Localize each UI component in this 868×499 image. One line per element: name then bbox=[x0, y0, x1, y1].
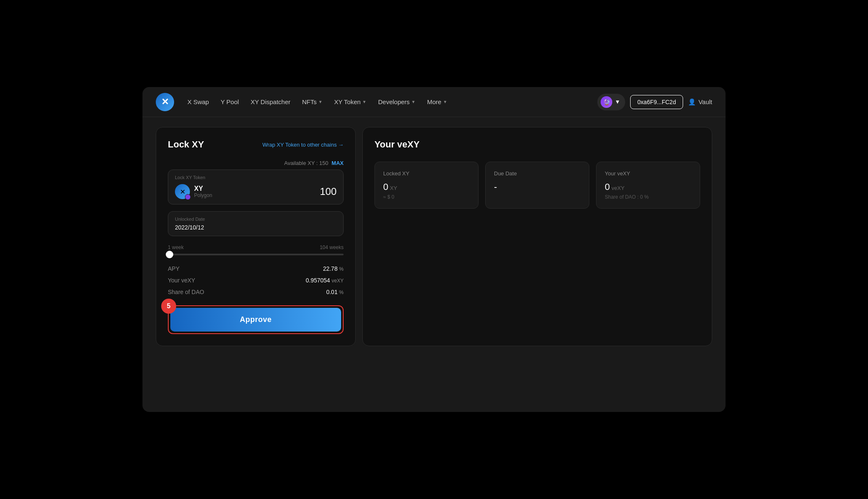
token-amount-input[interactable] bbox=[287, 186, 337, 197]
slider-thumb[interactable] bbox=[166, 251, 173, 258]
vault-button[interactable]: 👤 Vault bbox=[688, 98, 712, 106]
approve-wrapper: 5 Approve bbox=[168, 305, 344, 334]
network-selector[interactable]: 🔮 ▼ bbox=[597, 94, 625, 110]
your-vexy-value: 0 veXY bbox=[605, 182, 691, 192]
nav-links: X Swap Y Pool XY Dispatcher NFTs ▼ XY To… bbox=[187, 98, 584, 105]
slider-max-label: 104 weeks bbox=[320, 245, 344, 250]
max-button[interactable]: MAX bbox=[332, 160, 344, 166]
wrap-token-link[interactable]: Wrap XY Token to other chains → bbox=[262, 142, 344, 148]
token-info: ✕ XY Polygon bbox=[175, 184, 212, 199]
date-value: 2022/10/12 bbox=[175, 224, 337, 231]
chevron-down-icon: ▼ bbox=[362, 100, 367, 104]
stat-apy: APY 22.78 % bbox=[168, 265, 344, 272]
xy-token-icon: ✕ bbox=[175, 184, 190, 199]
stat-dao: Share of DAO 0.01 % bbox=[168, 289, 344, 295]
chain-badge bbox=[185, 194, 191, 200]
nav-more[interactable]: More ▼ bbox=[427, 98, 447, 105]
locked-xy-card: Locked XY 0 XY ≈ $ 0 bbox=[374, 162, 479, 209]
nav-ypool[interactable]: Y Pool bbox=[221, 98, 239, 105]
your-vexy-label: Your veXY bbox=[605, 170, 691, 177]
nav-xswap[interactable]: X Swap bbox=[187, 98, 209, 105]
approve-button[interactable]: Approve bbox=[170, 308, 341, 332]
token-details: XY Polygon bbox=[194, 185, 212, 198]
app-container: ✕ X Swap Y Pool XY Dispatcher NFTs ▼ XY … bbox=[142, 87, 726, 412]
locked-xy-label: Locked XY bbox=[383, 170, 470, 177]
token-input-container: Lock XY Token ✕ XY Polygon bbox=[168, 170, 344, 205]
stats-section: APY 22.78 % Your veXY 0.957054 veXY Shar… bbox=[168, 265, 344, 295]
token-name: XY bbox=[194, 185, 212, 192]
lock-xy-panel: Lock XY Wrap XY Token to other chains → … bbox=[156, 127, 356, 346]
vexy-cards: Locked XY 0 XY ≈ $ 0 Due Date - Your veX… bbox=[374, 162, 700, 209]
chevron-down-icon: ▼ bbox=[615, 99, 620, 105]
chevron-down-icon: ▼ bbox=[412, 100, 416, 104]
main-content: Lock XY Wrap XY Token to other chains → … bbox=[142, 117, 726, 356]
available-label: Available XY : 150 bbox=[284, 160, 328, 166]
slider-section: 1 week 104 weeks bbox=[168, 245, 344, 255]
approve-highlight: Approve bbox=[168, 305, 344, 334]
logo[interactable]: ✕ bbox=[156, 93, 174, 111]
lock-xy-title: Lock XY bbox=[168, 139, 204, 150]
date-container[interactable]: Unlocked Date 2022/10/12 bbox=[168, 211, 344, 236]
user-icon: 👤 bbox=[688, 98, 696, 106]
chevron-down-icon: ▼ bbox=[318, 100, 322, 104]
due-date-label: Due Date bbox=[494, 170, 581, 177]
step-badge: 5 bbox=[161, 299, 176, 314]
navbar: ✕ X Swap Y Pool XY Dispatcher NFTs ▼ XY … bbox=[142, 87, 726, 117]
available-row: Available XY : 150 MAX bbox=[168, 160, 344, 166]
token-row: ✕ XY Polygon bbox=[175, 184, 337, 199]
nav-xydispatcher[interactable]: XY Dispatcher bbox=[251, 98, 291, 105]
network-icon: 🔮 bbox=[601, 96, 612, 108]
wallet-address-button[interactable]: 0xa6F9...FC2d bbox=[630, 95, 683, 109]
due-date-value: - bbox=[494, 182, 581, 192]
locked-xy-sub: ≈ $ 0 bbox=[383, 194, 470, 200]
token-input-label: Lock XY Token bbox=[175, 175, 337, 180]
locked-xy-value: 0 XY bbox=[383, 182, 470, 192]
your-vexy-sub: Share of DAO : 0 % bbox=[605, 194, 691, 200]
slider-labels: 1 week 104 weeks bbox=[168, 245, 344, 250]
stat-vexy: Your veXY 0.957054 veXY bbox=[168, 277, 344, 284]
nav-nfts[interactable]: NFTs ▼ bbox=[302, 98, 322, 105]
due-date-card: Due Date - bbox=[485, 162, 589, 209]
token-chain: Polygon bbox=[194, 192, 212, 198]
chevron-down-icon: ▼ bbox=[443, 100, 447, 104]
vexy-title: Your veXY bbox=[374, 139, 700, 150]
date-label: Unlocked Date bbox=[175, 217, 337, 222]
your-vexy-card: Your veXY 0 veXY Share of DAO : 0 % bbox=[596, 162, 700, 209]
panel-header: Lock XY Wrap XY Token to other chains → bbox=[168, 139, 344, 150]
nav-developers[interactable]: Developers ▼ bbox=[378, 98, 416, 105]
slider-min-label: 1 week bbox=[168, 245, 184, 250]
nav-right: 🔮 ▼ 0xa6F9...FC2d 👤 Vault bbox=[597, 94, 712, 110]
slider-track[interactable] bbox=[168, 254, 344, 255]
nav-xytoken[interactable]: XY Token ▼ bbox=[334, 98, 367, 105]
vexy-panel: Your veXY Locked XY 0 XY ≈ $ 0 Due Date … bbox=[362, 127, 712, 346]
